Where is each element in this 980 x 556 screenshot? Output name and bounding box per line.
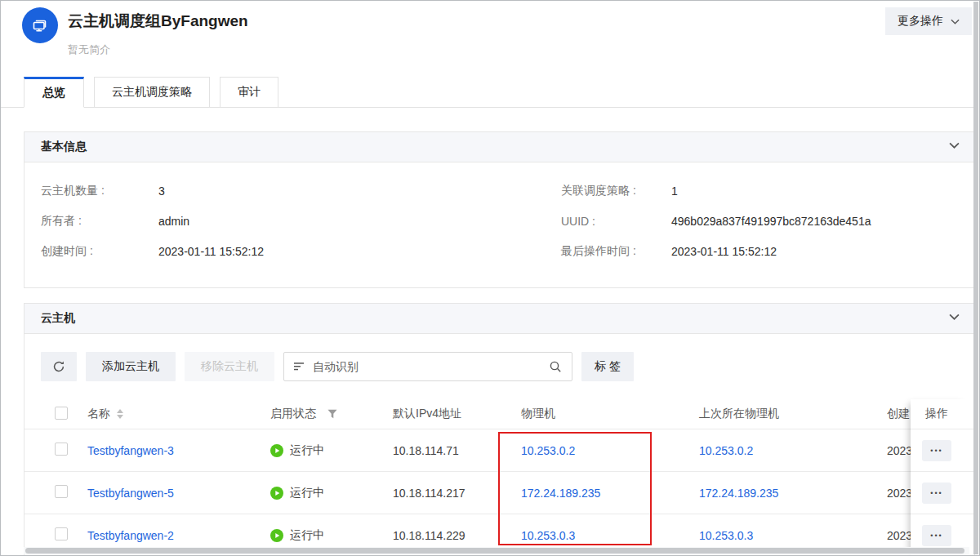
status-label: 运行中 bbox=[290, 486, 324, 500]
vm-name-link[interactable]: Testbyfangwen-2 bbox=[87, 529, 174, 542]
ipv4-value: 10.18.114.71 bbox=[393, 444, 521, 457]
field-value: 3 bbox=[158, 185, 165, 198]
row-more-actions-button[interactable]: ••• bbox=[922, 525, 951, 546]
vm-toolbar: 添加云主机 移除云主机 标 签 bbox=[24, 334, 974, 381]
field-policy-count: 关联调度策略 : 1 bbox=[561, 176, 974, 206]
vertical-scrollbar[interactable] bbox=[973, 2, 978, 554]
tag-label: 标 签 bbox=[595, 359, 621, 374]
page-title: 云主机调度组ByFangwen bbox=[68, 11, 248, 32]
col-name-label: 名称 bbox=[87, 407, 110, 421]
row-checkbox[interactable] bbox=[55, 443, 68, 456]
last-host-link[interactable]: 10.253.0.2 bbox=[699, 444, 753, 457]
tab-audit[interactable]: 审计 bbox=[220, 77, 278, 108]
last-host-link[interactable]: 172.24.189.235 bbox=[699, 487, 778, 500]
more-actions-button[interactable]: 更多操作 bbox=[885, 7, 972, 35]
collapse-chevron-icon[interactable] bbox=[949, 142, 960, 149]
tab-overview-label: 总览 bbox=[42, 86, 65, 100]
col-status-label: 启用状态 bbox=[270, 407, 316, 421]
last-host-link[interactable]: 10.253.0.3 bbox=[699, 529, 753, 542]
col-host-label: 物理机 bbox=[521, 407, 699, 421]
more-actions-label: 更多操作 bbox=[898, 14, 943, 29]
select-all-checkbox[interactable] bbox=[55, 407, 68, 420]
vm-group-icon bbox=[22, 7, 58, 43]
col-lasthost-label: 上次所在物理机 bbox=[699, 407, 887, 421]
chevron-down-icon bbox=[951, 19, 960, 24]
field-value: 2023-01-11 15:52:12 bbox=[158, 245, 264, 258]
field-label: 云主机数量 : bbox=[41, 184, 158, 198]
field-value: admin bbox=[158, 215, 189, 228]
sort-icon[interactable] bbox=[117, 409, 123, 419]
vm-table: 名称 启用状态 默认IPv4地址 物理机 上次所在物理机 创建日期 Testby… bbox=[24, 399, 974, 556]
ipv4-value: 10.18.114.217 bbox=[393, 487, 521, 500]
tab-scheduling-policy-label: 云主机调度策略 bbox=[112, 85, 192, 100]
collapse-chevron-icon[interactable] bbox=[949, 314, 960, 320]
col-ipv4-label: 默认IPv4地址 bbox=[393, 407, 521, 421]
tab-scheduling-policy[interactable]: 云主机调度策略 bbox=[94, 77, 210, 108]
basic-info-body: 云主机数量 : 3 所有者 : admin 创建时间 : 2023-01-11 … bbox=[24, 162, 974, 287]
search-box bbox=[283, 352, 572, 381]
actions-sticky-column: 操作 ••• ••• ••• bbox=[911, 399, 972, 556]
host-link[interactable]: 10.253.0.3 bbox=[521, 529, 575, 542]
table-header-row: 名称 启用状态 默认IPv4地址 物理机 上次所在物理机 创建日期 bbox=[24, 399, 974, 429]
basic-info-header: 基本信息 bbox=[24, 132, 974, 162]
vm-list-title: 云主机 bbox=[41, 311, 75, 326]
ipv4-value: 10.18.114.229 bbox=[393, 529, 521, 542]
refresh-icon bbox=[52, 360, 65, 373]
search-input[interactable] bbox=[313, 360, 541, 373]
add-vm-button[interactable]: 添加云主机 bbox=[86, 352, 176, 381]
remove-vm-button[interactable]: 移除云主机 bbox=[185, 352, 274, 381]
vm-list-card: 云主机 添加云主机 移除云主机 bbox=[24, 303, 975, 556]
running-status-icon bbox=[270, 529, 283, 542]
tab-audit-label: 审计 bbox=[238, 85, 261, 100]
field-label: UUID : bbox=[561, 215, 671, 228]
field-label: 最后操作时间 : bbox=[561, 244, 671, 259]
field-label: 创建时间 : bbox=[41, 244, 158, 259]
field-label: 所有者 : bbox=[41, 214, 158, 229]
field-last-op-time: 最后操作时间 : 2023-01-11 15:52:12 bbox=[561, 236, 974, 266]
tag-button[interactable]: 标 签 bbox=[581, 352, 634, 381]
remove-vm-label: 移除云主机 bbox=[201, 359, 258, 374]
running-status-icon bbox=[270, 444, 283, 457]
field-value: 1 bbox=[671, 185, 678, 198]
table-row: Testbyfangwen-3 运行中 10.18.114.71 10.253.… bbox=[24, 429, 974, 472]
basic-info-card: 基本信息 云主机数量 : 3 所有者 : admin 创建时间 : 2023-0… bbox=[24, 131, 975, 288]
host-link[interactable]: 172.24.189.235 bbox=[521, 487, 600, 500]
tab-bar: 总览 云主机调度策略 审计 bbox=[1, 77, 975, 108]
status-label: 运行中 bbox=[290, 443, 324, 458]
row-checkbox[interactable] bbox=[55, 527, 68, 540]
row-more-actions-button[interactable]: ••• bbox=[922, 440, 951, 461]
filter-funnel-icon[interactable] bbox=[327, 409, 337, 419]
table-row: Testbyfangwen-5 运行中 10.18.114.217 172.24… bbox=[24, 472, 974, 514]
filter-lines-icon[interactable] bbox=[294, 362, 305, 371]
horizontal-scrollbar-track bbox=[24, 547, 969, 554]
row-more-actions-button[interactable]: ••• bbox=[922, 483, 951, 504]
vm-name-link[interactable]: Testbyfangwen-5 bbox=[87, 487, 174, 500]
vm-list-header: 云主机 bbox=[24, 304, 974, 334]
field-value: 496b029a837f491997bc872163de451a bbox=[671, 215, 871, 228]
host-link[interactable]: 10.253.0.2 bbox=[521, 444, 575, 457]
field-label: 关联调度策略 : bbox=[561, 184, 671, 198]
horizontal-scrollbar-thumb[interactable] bbox=[25, 548, 964, 554]
field-uuid: UUID : 496b029a837f491997bc872163de451a bbox=[561, 206, 974, 236]
field-create-time: 创建时间 : 2023-01-11 15:52:12 bbox=[41, 236, 531, 266]
page-subtitle: 暂无简介 bbox=[68, 42, 110, 57]
refresh-button[interactable] bbox=[41, 352, 77, 381]
search-icon[interactable] bbox=[549, 360, 562, 373]
basic-info-title: 基本信息 bbox=[41, 140, 87, 154]
field-owner: 所有者 : admin bbox=[41, 206, 531, 236]
field-value: 2023-01-11 15:52:12 bbox=[671, 245, 777, 258]
col-actions-label: 操作 bbox=[911, 399, 972, 429]
status-label: 运行中 bbox=[290, 528, 324, 543]
vm-name-link[interactable]: Testbyfangwen-3 bbox=[87, 444, 174, 457]
tab-overview[interactable]: 总览 bbox=[24, 77, 84, 108]
running-status-icon bbox=[270, 487, 283, 500]
add-vm-label: 添加云主机 bbox=[102, 359, 159, 374]
field-vm-count: 云主机数量 : 3 bbox=[41, 176, 531, 206]
row-checkbox[interactable] bbox=[55, 485, 68, 498]
